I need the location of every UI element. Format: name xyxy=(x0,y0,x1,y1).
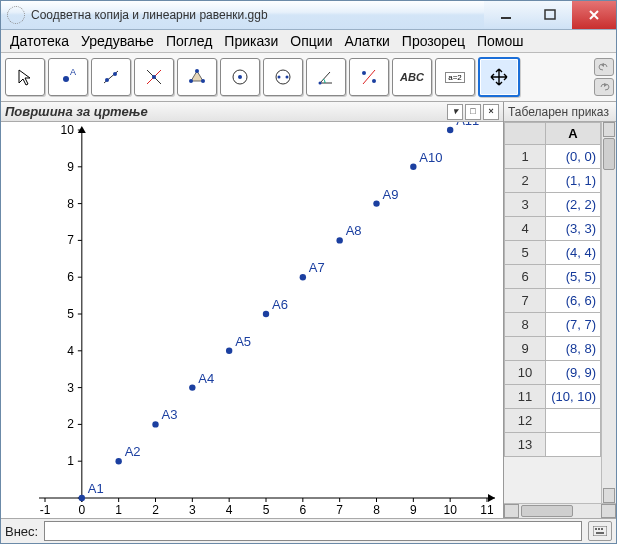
cell[interactable]: (3, 3) xyxy=(546,217,601,241)
svg-point-9 xyxy=(152,75,156,79)
cell[interactable]: (4, 4) xyxy=(546,241,601,265)
cell[interactable]: (8, 8) xyxy=(546,337,601,361)
row-header[interactable]: 13 xyxy=(505,433,546,457)
cell[interactable]: (1, 1) xyxy=(546,169,601,193)
menu-options[interactable]: Опции xyxy=(285,32,337,50)
row-header[interactable]: 8 xyxy=(505,313,546,337)
scroll-left-arrow-icon[interactable] xyxy=(504,504,519,518)
pane-toggle-icon[interactable]: ▾ xyxy=(447,104,463,120)
content-area: Површина за цртење ▾ □ × -10123456789101… xyxy=(1,102,616,518)
svg-point-6 xyxy=(113,72,117,76)
redo-button[interactable] xyxy=(594,78,614,96)
row-header[interactable]: 10 xyxy=(505,361,546,385)
cell[interactable]: (9, 9) xyxy=(546,361,601,385)
table-row[interactable]: 2(1, 1) xyxy=(505,169,601,193)
cell[interactable]: (10, 10) xyxy=(546,385,601,409)
svg-point-78 xyxy=(189,384,195,390)
row-header[interactable]: 3 xyxy=(505,193,546,217)
tool-point[interactable]: A xyxy=(48,58,88,96)
tool-move-view[interactable] xyxy=(478,57,520,97)
svg-text:2: 2 xyxy=(152,503,159,517)
table-row[interactable]: 8(7, 7) xyxy=(505,313,601,337)
menu-view[interactable]: Поглед xyxy=(161,32,217,50)
close-button[interactable] xyxy=(572,1,616,29)
horizontal-scrollbar[interactable] xyxy=(504,503,616,518)
col-header-A[interactable]: A xyxy=(546,123,601,145)
menu-help[interactable]: Помош xyxy=(472,32,529,50)
table-row[interactable]: 9(8, 8) xyxy=(505,337,601,361)
titlebar[interactable]: Соодветна копија и линеарни равенки.ggb xyxy=(1,1,616,30)
table-row[interactable]: 4(3, 3) xyxy=(505,217,601,241)
tool-polygon[interactable] xyxy=(177,58,217,96)
menu-file[interactable]: Датотека xyxy=(5,32,74,50)
keyboard-icon[interactable] xyxy=(588,521,612,541)
row-header[interactable]: 4 xyxy=(505,217,546,241)
table-row[interactable]: 10(9, 9) xyxy=(505,361,601,385)
row-header[interactable]: 12 xyxy=(505,409,546,433)
hscroll-thumb[interactable] xyxy=(521,505,573,517)
table-row[interactable]: 3(2, 2) xyxy=(505,193,601,217)
undo-button[interactable] xyxy=(594,58,614,76)
tool-move[interactable] xyxy=(5,58,45,96)
svg-text:3: 3 xyxy=(67,381,74,395)
row-header[interactable]: 5 xyxy=(505,241,546,265)
menu-perspectives[interactable]: Прикази xyxy=(219,32,283,50)
row-header[interactable]: 2 xyxy=(505,169,546,193)
tool-perpendicular[interactable] xyxy=(134,58,174,96)
table-row[interactable]: 1(0, 0) xyxy=(505,145,601,169)
table-row[interactable]: 6(5, 5) xyxy=(505,265,601,289)
command-input[interactable] xyxy=(44,521,582,541)
menu-window[interactable]: Прозорец xyxy=(397,32,470,50)
tool-reflect[interactable] xyxy=(349,58,389,96)
cell[interactable]: (5, 5) xyxy=(546,265,601,289)
tool-circle[interactable] xyxy=(220,58,260,96)
tool-ellipse[interactable] xyxy=(263,58,303,96)
table-row[interactable]: 7(6, 6) xyxy=(505,289,601,313)
svg-point-74 xyxy=(115,458,121,464)
vertical-scrollbar[interactable] xyxy=(601,122,616,503)
pane-window-icon[interactable]: □ xyxy=(465,104,481,120)
row-header[interactable]: 11 xyxy=(505,385,546,409)
svg-point-15 xyxy=(238,75,242,79)
tool-text[interactable]: ABC xyxy=(392,58,432,96)
svg-point-22 xyxy=(372,79,376,83)
scroll-thumb[interactable] xyxy=(603,138,615,170)
svg-point-5 xyxy=(105,78,109,82)
cell[interactable]: (6, 6) xyxy=(546,289,601,313)
row-header[interactable]: 9 xyxy=(505,337,546,361)
table-row[interactable]: 12 xyxy=(505,409,601,433)
pane-close-icon[interactable]: × xyxy=(483,104,499,120)
scroll-down-arrow-icon[interactable] xyxy=(603,488,615,503)
spreadsheet-table[interactable]: A 1(0, 0)2(1, 1)3(2, 2)4(3, 3)5(4, 4)6(5… xyxy=(504,122,601,457)
cell[interactable] xyxy=(546,433,601,457)
svg-text:8: 8 xyxy=(67,197,74,211)
scroll-up-arrow-icon[interactable] xyxy=(603,122,615,137)
tool-slider[interactable]: a=2 xyxy=(435,58,475,96)
cell[interactable] xyxy=(546,409,601,433)
svg-point-11 xyxy=(195,69,199,73)
menu-tools[interactable]: Алатки xyxy=(339,32,394,50)
maximize-button[interactable] xyxy=(528,1,572,29)
svg-text:1: 1 xyxy=(67,454,74,468)
input-label: Внес: xyxy=(5,524,38,539)
row-header[interactable]: 1 xyxy=(505,145,546,169)
row-header[interactable]: 6 xyxy=(505,265,546,289)
graphics-pane: Површина за цртење ▾ □ × -10123456789101… xyxy=(1,102,504,518)
svg-text:6: 6 xyxy=(67,270,74,284)
menu-edit[interactable]: Уредување xyxy=(76,32,159,50)
table-row[interactable]: 13 xyxy=(505,433,601,457)
cell[interactable]: (0, 0) xyxy=(546,145,601,169)
table-row[interactable]: 11(10, 10) xyxy=(505,385,601,409)
tool-line[interactable] xyxy=(91,58,131,96)
table-row[interactable]: 5(4, 4) xyxy=(505,241,601,265)
scroll-right-arrow-icon[interactable] xyxy=(601,504,616,518)
cell[interactable]: (7, 7) xyxy=(546,313,601,337)
tool-angle[interactable] xyxy=(306,58,346,96)
svg-point-90 xyxy=(410,164,416,170)
cell[interactable]: (2, 2) xyxy=(546,193,601,217)
corner-cell[interactable] xyxy=(505,123,546,145)
minimize-button[interactable] xyxy=(484,1,528,29)
svg-text:A: A xyxy=(70,67,76,77)
row-header[interactable]: 7 xyxy=(505,289,546,313)
graphics-view[interactable]: -10123456789101112345678910A1A2A3A4A5A6A… xyxy=(1,122,503,518)
